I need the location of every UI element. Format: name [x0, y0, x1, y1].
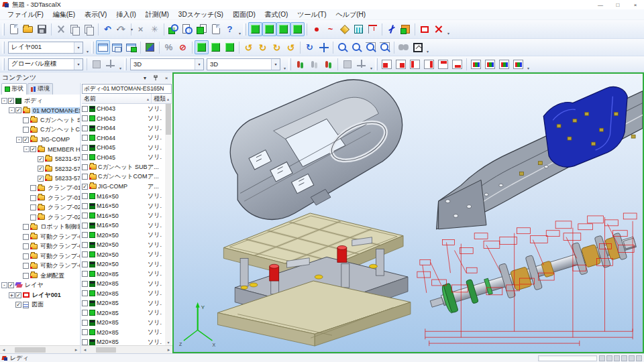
animation-person-3-button[interactable] — [321, 57, 335, 71]
measure-dimension-button[interactable] — [366, 22, 380, 36]
tree-horizontal-scrollbar[interactable]: ◂ ▸ — [0, 345, 80, 353]
visibility-checkbox[interactable] — [82, 242, 88, 248]
visibility-checkbox[interactable] — [82, 261, 88, 267]
menu-item-0[interactable]: ファイル(F) — [3, 9, 48, 19]
delete-button[interactable]: × — [133, 22, 148, 36]
window-single-button[interactable] — [96, 40, 110, 54]
create-surface-button[interactable] — [337, 22, 352, 36]
visibility-checkbox[interactable] — [82, 213, 88, 219]
visibility-checkbox[interactable] — [82, 223, 88, 229]
scroll-down-icon[interactable]: ▾ — [165, 340, 172, 345]
list-item[interactable]: CH043ソリ. — [82, 104, 165, 114]
tree-item[interactable]: ✓58232-57L0 — [0, 164, 80, 174]
tree-item[interactable]: -✓01 MOTOMAN-ES — [0, 106, 80, 116]
visibility-checkbox[interactable] — [23, 263, 29, 269]
menu-item-5[interactable]: 3Dスケッチ(S) — [174, 9, 228, 19]
tree-item[interactable]: クランプ-01 — [0, 193, 80, 203]
display-ratio-button[interactable]: % — [162, 40, 176, 54]
toolbar-overflow-icon[interactable]: ▾ — [85, 42, 91, 54]
zoom-in-page-button[interactable] — [364, 40, 378, 54]
assembly-cube-button[interactable] — [398, 22, 413, 36]
visibility-checkbox[interactable] — [82, 300, 88, 306]
tree-item[interactable]: クランプ-02 — [0, 203, 80, 213]
list-item[interactable]: M16×50ソリ. — [82, 221, 165, 231]
list-item[interactable]: M20×85ソリ. — [82, 289, 165, 299]
column-type[interactable]: 種類▴ — [152, 94, 172, 103]
visibility-checkbox[interactable] — [82, 174, 88, 180]
cube-disabled-button[interactable] — [340, 57, 354, 71]
view-refresh-button[interactable]: ↻ — [303, 40, 317, 54]
cut-button[interactable] — [54, 22, 68, 36]
list-item[interactable]: CH044ソリ. — [82, 123, 165, 133]
view-iso-3-button[interactable] — [497, 57, 511, 71]
collapse-icon[interactable]: - — [16, 137, 22, 143]
menu-item-9[interactable]: ヘルプ(H) — [331, 9, 371, 19]
chevron-down-icon[interactable]: ▾ — [195, 59, 203, 70]
list-vertical-scrollbar[interactable]: ▾ — [165, 104, 172, 345]
visibility-checkbox[interactable] — [23, 117, 29, 123]
view-top-button[interactable] — [436, 57, 450, 71]
toolbar-overflow-icon[interactable]: ▾ — [237, 23, 243, 36]
view-left-button[interactable] — [408, 57, 422, 71]
visibility-checkbox[interactable] — [82, 281, 88, 287]
dock-close-icon[interactable]: × — [162, 74, 170, 82]
tree-item[interactable]: ✓図面 — [0, 300, 80, 310]
list-item[interactable]: M16×50ソリ. — [82, 211, 165, 221]
view-iso-2-button[interactable] — [483, 57, 497, 71]
visibility-checkbox[interactable]: ✓ — [15, 107, 21, 113]
shading-hidden-button[interactable] — [209, 40, 223, 54]
solid-mode-1-button[interactable] — [248, 22, 262, 36]
visibility-checkbox[interactable] — [82, 193, 88, 199]
tree-item[interactable]: -✓レイヤ — [0, 281, 80, 291]
view-front-button[interactable] — [380, 57, 394, 71]
tree-item[interactable]: +✓レイヤ001 — [0, 290, 80, 300]
visibility-checkbox[interactable] — [23, 224, 29, 230]
maximize-button[interactable]: □ — [609, 0, 627, 9]
visibility-checkbox[interactable]: ✓ — [15, 302, 21, 308]
tree-item[interactable]: ✓58231-57L0 — [0, 154, 80, 164]
scroll-thumb[interactable] — [15, 347, 46, 353]
expand-icon[interactable]: + — [9, 292, 15, 298]
tree-item[interactable]: 金網配置 — [0, 271, 80, 281]
column-name[interactable]: 名前▴ — [82, 94, 152, 103]
sketch-hide-button[interactable]: ⊘ — [176, 40, 190, 54]
visibility-checkbox[interactable] — [82, 115, 88, 121]
zoom-out-page-button[interactable] — [378, 40, 392, 54]
list-item[interactable]: M20×85ソリ. — [82, 269, 165, 280]
visibility-checkbox[interactable] — [82, 310, 88, 316]
toolbar-overflow-icon[interactable]: ▾ — [525, 58, 531, 70]
chevron-down-icon[interactable]: ▾ — [271, 59, 280, 70]
visibility-checkbox[interactable]: ✓ — [38, 166, 44, 172]
visibility-checkbox[interactable]: ✓ — [30, 146, 36, 152]
model-frame-member[interactable] — [437, 86, 643, 229]
list-item[interactable]: CH043ソリ. — [82, 114, 165, 124]
measure-calc-button[interactable] — [352, 22, 366, 36]
visibility-checkbox[interactable] — [82, 164, 88, 170]
tree-item[interactable]: クランプ-02 — [0, 213, 80, 223]
visibility-checkbox[interactable] — [30, 195, 36, 201]
zoom-model-button[interactable] — [166, 22, 180, 36]
tree-item[interactable]: 可動クランプ-01 — [0, 251, 80, 261]
zoom-rotate-button[interactable] — [335, 40, 350, 54]
visibility-checkbox[interactable] — [82, 203, 88, 209]
dock-pin-icon[interactable] — [152, 74, 160, 82]
visibility-checkbox[interactable]: ✓ — [15, 292, 21, 298]
visibility-checkbox[interactable] — [30, 215, 36, 221]
paste-button[interactable] — [82, 22, 96, 36]
tree-item[interactable]: CガンヘットCOMP — [0, 125, 80, 135]
visibility-checkbox[interactable] — [82, 125, 88, 131]
view-right-button[interactable] — [422, 57, 436, 71]
view-mode-combo-2[interactable]: 3D▾ — [207, 58, 280, 70]
list-item[interactable]: CガンヘットCOM...ア... — [82, 172, 165, 182]
visibility-checkbox[interactable] — [82, 154, 88, 160]
rotate-ccw-button[interactable]: ↺ — [284, 40, 298, 54]
list-item[interactable]: M20×50ソリ. — [82, 250, 165, 260]
model-document-button[interactable] — [195, 22, 209, 36]
chevron-down-icon[interactable]: ▾ — [74, 42, 83, 53]
menu-item-2[interactable]: 表示(V) — [80, 9, 111, 19]
list-item[interactable]: CH045ソリ. — [82, 143, 165, 153]
list-item[interactable]: M20×50ソリ. — [82, 259, 165, 269]
list-item[interactable]: ✓JIG-COMPア... — [82, 182, 165, 192]
search-binoculars-button[interactable] — [396, 40, 411, 54]
save-file-button[interactable] — [35, 22, 49, 36]
